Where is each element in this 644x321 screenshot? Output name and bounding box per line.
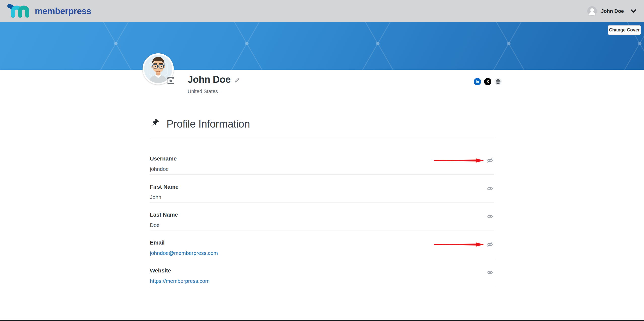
visibility-eye-slash-icon[interactable] <box>486 241 493 248</box>
x-twitter-icon[interactable]: X <box>484 78 491 85</box>
social-links: in X <box>474 78 502 85</box>
field-label: Username <box>150 155 177 162</box>
profile-field-row-first-name: First Name John <box>150 175 494 203</box>
x-glyph: X <box>486 80 489 84</box>
pushpin-icon <box>150 118 160 130</box>
profile-field-row-username: Username johndoe <box>150 146 494 175</box>
profile-display-name: John Doe <box>188 74 231 85</box>
section-header: Profile Information <box>150 99 494 139</box>
user-menu-avatar-icon <box>587 6 597 16</box>
visibility-eye-icon[interactable] <box>486 213 493 220</box>
field-label: Last Name <box>150 212 178 218</box>
profile-name-block: John Doe United States <box>188 74 240 94</box>
cover-hex-pattern <box>0 22 644 70</box>
profile-fields-list: Username johndoe First Name John <box>150 146 494 286</box>
field-value[interactable]: johndoe@memberpress.com <box>150 250 218 256</box>
profile-field-row-email: Email johndoe@memberpress.com <box>150 230 494 258</box>
section-title: Profile Information <box>166 118 250 130</box>
edit-name-pencil-icon[interactable] <box>234 78 240 83</box>
red-highlight-arrow <box>434 242 484 248</box>
website-globe-icon[interactable] <box>494 78 502 85</box>
field-label: Email <box>150 239 165 246</box>
memberpress-logo[interactable]: memberpress <box>7 3 91 19</box>
profile-information-section: Profile Information Username johndoe <box>150 99 494 286</box>
red-highlight-arrow <box>434 158 484 164</box>
visibility-eye-icon[interactable] <box>486 269 493 276</box>
profile-summary-band: John Doe United States in X <box>0 70 644 99</box>
change-avatar-camera-icon[interactable] <box>167 77 174 84</box>
field-label: Website <box>150 267 171 274</box>
linkedin-glyph: in <box>476 80 479 84</box>
window-bottom-edge <box>0 320 644 321</box>
user-menu-name: John Doe <box>601 8 624 14</box>
field-value[interactable]: https://memberpress.com <box>150 278 210 284</box>
field-value: John <box>150 194 161 200</box>
user-menu[interactable]: John Doe <box>587 6 636 16</box>
memberpress-logo-text: memberpress <box>35 6 91 16</box>
linkedin-icon[interactable]: in <box>474 78 481 85</box>
field-value: Doe <box>150 222 160 228</box>
page: memberpress John Doe <box>0 0 644 321</box>
field-value: johndoe <box>150 166 169 172</box>
profile-location: United States <box>188 89 240 94</box>
memberpress-logo-icon <box>7 3 30 19</box>
profile-field-row-last-name: Last Name Doe <box>150 203 494 230</box>
chevron-down-icon <box>630 9 636 13</box>
field-label: First Name <box>150 184 179 190</box>
visibility-eye-icon[interactable] <box>486 185 493 192</box>
profile-avatar[interactable] <box>143 53 174 85</box>
cover-image: Change Cover <box>0 22 644 70</box>
visibility-eye-slash-icon[interactable] <box>486 157 493 164</box>
profile-field-row-website: Website https://memberpress.com <box>150 258 494 286</box>
change-cover-button[interactable]: Change Cover <box>608 25 641 35</box>
top-header-bar: memberpress John Doe <box>0 0 644 22</box>
